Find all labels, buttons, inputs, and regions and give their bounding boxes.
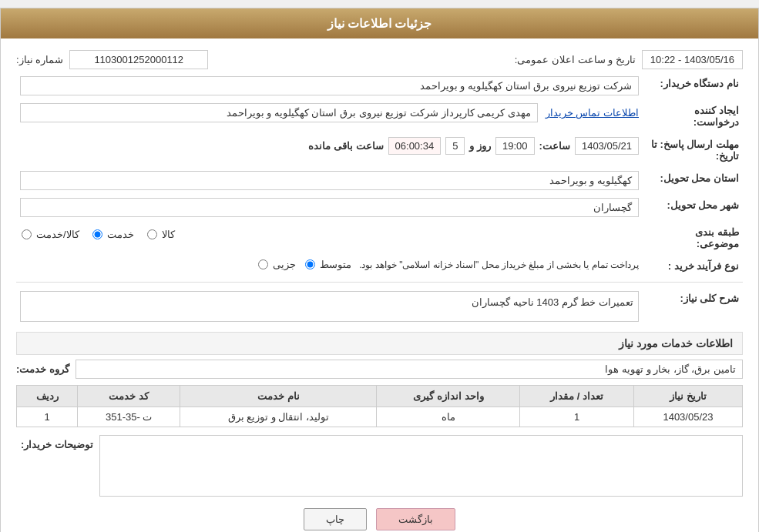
- contact-link[interactable]: اطلاعات تماس خریدار: [546, 107, 639, 119]
- announce-date-value: 1403/05/16 - 10:22: [642, 50, 743, 69]
- deadline-day: 5: [445, 137, 465, 155]
- buttons-row: بازگشت چاپ: [16, 508, 743, 530]
- creator-label: ایجاد کننده درخواست:: [643, 101, 743, 132]
- service-group-row: گروه خدمت: تامین برق، گاز، بخار و تهویه …: [16, 360, 743, 379]
- buyer-org-label: نام دستگاه خریدار:: [643, 74, 743, 93]
- need-desc-row: شرح کلی نیاز: تعمیرات خط گرم 1403 ناحیه …: [16, 289, 743, 324]
- purchase-type-label-motevaset: متوسط: [320, 259, 351, 270]
- col-header-quantity: تعداد / مقدار: [520, 386, 634, 407]
- services-table-header-row: تاریخ نیاز تعداد / مقدار واحد اندازه گیر…: [17, 386, 743, 407]
- category-radio-group: کالا/خدمت خدمت کالا: [20, 225, 639, 244]
- need-number-label: شماره نیاز:: [16, 54, 63, 65]
- buyer-desc-wrapper: توضیحات خریدار:: [16, 435, 743, 497]
- col-header-row-num: ردیف: [17, 386, 78, 407]
- delivery-province-label: استان محل تحویل:: [643, 169, 743, 188]
- category-content: کالا/خدمت خدمت کالا: [16, 223, 643, 246]
- page-header: جزئیات اطلاعات نیاز: [1, 8, 758, 38]
- page-title: جزئیات اطلاعات نیاز: [327, 17, 432, 30]
- creator-row: ایجاد کننده درخواست: اطلاعات تماس خریدار…: [16, 101, 743, 132]
- content-area: 1403/05/16 - 10:22 تاریخ و ساعت اعلان عم…: [1, 38, 758, 532]
- delivery-city-value: گچساران: [20, 198, 639, 217]
- need-desc-content: تعمیرات خط گرم 1403 ناحیه گچساران: [16, 289, 643, 324]
- buyer-org-content: شرکت توزیع نیروی برق استان کهگیلویه و بو…: [16, 74, 643, 98]
- deadline-label: مهلت ارسال پاسخ: تا تاریخ:: [643, 135, 743, 166]
- table-row: 1403/05/23 1 ماه تولید، انتقال و توزیع ب…: [17, 407, 743, 427]
- deadline-fields: 1403/05/21 ساعت: 19:00 روز و 5 06:00:34 …: [20, 137, 639, 155]
- cell-unit: ماه: [377, 407, 520, 427]
- delivery-province-row: استان محل تحویل: کهگیلویه و بویراحمد: [16, 169, 743, 192]
- purchase-type-options: پرداخت تمام یا بخشی از مبلغ خریداز محل "…: [20, 259, 639, 270]
- back-button[interactable]: بازگشت: [376, 508, 455, 530]
- delivery-city-row: شهر محل تحویل: گچساران: [16, 196, 743, 219]
- cell-service-name: تولید، انتقال و توزیع برق: [180, 407, 377, 427]
- services-table: تاریخ نیاز تعداد / مقدار واحد اندازه گیر…: [16, 385, 743, 427]
- buyer-org-value: شرکت توزیع نیروی برق استان کهگیلویه و بو…: [20, 76, 639, 95]
- deadline-date: 1403/05/21: [575, 137, 639, 155]
- col-header-service-name: نام خدمت: [180, 386, 377, 407]
- deadline-content: 1403/05/21 ساعت: 19:00 روز و 5 06:00:34 …: [16, 135, 643, 157]
- need-desc-value: تعمیرات خط گرم 1403 ناحیه گچساران: [20, 291, 639, 322]
- col-header-service-code: کد خدمت: [78, 386, 180, 407]
- delivery-city-label: شهر محل تحویل:: [643, 196, 743, 215]
- delivery-province-value: کهگیلویه و بویراحمد: [20, 171, 639, 190]
- purchase-type-label-jozii: جزیی: [273, 259, 296, 270]
- purchase-type-radio-jozii[interactable]: [258, 259, 268, 269]
- category-radio-kala-khadamat[interactable]: [22, 229, 32, 239]
- purchase-type-radio-motevaset[interactable]: [305, 259, 315, 269]
- creator-value: مهدی کریمی کارپرداز شرکت توزیع نیروی برق…: [20, 103, 538, 122]
- need-desc-label: شرح کلی نیاز:: [643, 289, 743, 308]
- creator-content: اطلاعات تماس خریدار مهدی کریمی کارپرداز …: [16, 101, 643, 125]
- service-group-label: گروه خدمت:: [16, 363, 69, 375]
- deadline-time: 19:00: [495, 137, 535, 155]
- category-radio-khadamat[interactable]: [92, 229, 102, 239]
- print-button[interactable]: چاپ: [304, 508, 367, 530]
- purchase-type-row: نوع فرآیند خرید : پرداخت تمام یا بخشی از…: [16, 256, 743, 276]
- need-number-group: 1103001252000112 شماره نیاز:: [16, 50, 208, 69]
- buyer-org-row: نام دستگاه خریدار: شرکت توزیع نیروی برق …: [16, 74, 743, 98]
- service-group-value: تامین برق، گاز، بخار و تهویه هوا: [76, 360, 743, 379]
- cell-need-date: 1403/05/23: [633, 407, 742, 427]
- purchase-type-motevaset[interactable]: متوسط: [304, 259, 351, 270]
- divider-1: [16, 282, 743, 283]
- buyer-desc-label: توضیحات خریدار:: [16, 435, 93, 450]
- services-section-title: اطلاعات خدمات مورد نیاز: [16, 332, 743, 355]
- deadline-day-label: روز و: [469, 140, 491, 152]
- buyer-desc-area: [99, 435, 743, 497]
- category-option-kala[interactable]: کالا: [146, 229, 175, 240]
- top-info-row: 1403/05/16 - 10:22 تاریخ و ساعت اعلان عم…: [16, 50, 743, 69]
- deadline-remaining: 06:00:34: [388, 137, 442, 155]
- category-radio-kala[interactable]: [147, 229, 157, 239]
- category-label-kala: کالا: [162, 229, 175, 240]
- delivery-city-content: گچساران: [16, 196, 643, 219]
- category-row: طبقه بندی موضوعی: کالا/خدمت خدمت کالا: [16, 223, 743, 253]
- category-label: طبقه بندی موضوعی:: [643, 223, 743, 253]
- purchase-type-note: پرداخت تمام یا بخشی از مبلغ خریداز محل "…: [359, 259, 639, 270]
- deadline-time-label: ساعت:: [539, 140, 570, 152]
- purchase-type-label: نوع فرآیند خرید :: [643, 256, 743, 276]
- deadline-remaining-label: ساعت باقی مانده: [308, 140, 383, 152]
- category-option-khadamat[interactable]: خدمت: [91, 229, 134, 240]
- deadline-row: مهلت ارسال پاسخ: تا تاریخ: 1403/05/21 سا…: [16, 135, 743, 166]
- cell-service-code: ت -35-351: [78, 407, 180, 427]
- page-wrapper: جزئیات اطلاعات نیاز 1403/05/16 - 10:22 ت…: [0, 8, 759, 532]
- col-header-need-date: تاریخ نیاز: [633, 386, 742, 407]
- delivery-province-content: کهگیلویه و بویراحمد: [16, 169, 643, 192]
- announce-date-label: تاریخ و ساعت اعلان عمومی:: [515, 54, 636, 65]
- cell-row-num: 1: [17, 407, 78, 427]
- purchase-type-jozii[interactable]: جزیی: [257, 259, 296, 270]
- category-label-kala-khadamat: کالا/خدمت: [36, 229, 79, 240]
- category-label-khadamat: خدمت: [107, 229, 134, 240]
- service-group-wrapper: گروه خدمت: تامین برق، گاز، بخار و تهویه …: [16, 360, 743, 379]
- cell-quantity: 1: [520, 407, 634, 427]
- purchase-type-content: پرداخت تمام یا بخشی از مبلغ خریداز محل "…: [16, 256, 643, 273]
- category-option-kala-khadamat[interactable]: کالا/خدمت: [20, 229, 79, 240]
- col-header-unit: واحد اندازه گیری: [377, 386, 520, 407]
- need-number-value: 1103001252000112: [69, 50, 208, 69]
- announce-date-group: 1403/05/16 - 10:22 تاریخ و ساعت اعلان عم…: [515, 50, 743, 69]
